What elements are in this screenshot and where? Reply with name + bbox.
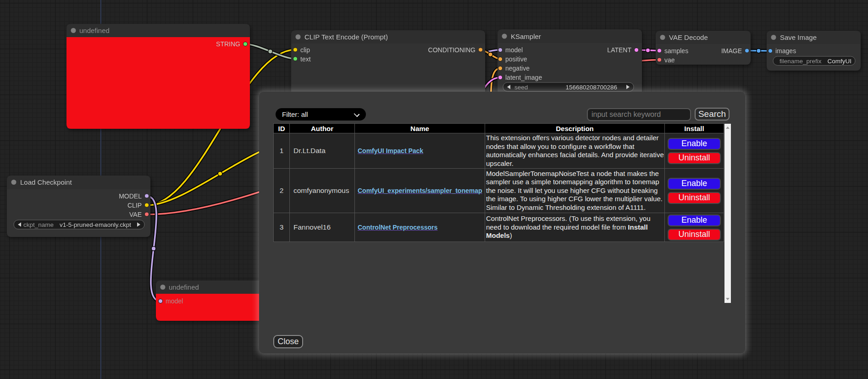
svg-text:CONDITIONING: CONDITIONING (428, 46, 475, 54)
svg-text:STRING: STRING (216, 40, 240, 48)
svg-text:IMAGE: IMAGE (721, 47, 742, 55)
svg-text:Save Image: Save Image (780, 33, 817, 41)
svg-text:KSampler: KSampler (511, 33, 541, 40)
svg-text:ComfyUI: ComfyUI (827, 58, 851, 65)
svg-text:CLIP: CLIP (127, 202, 142, 209)
svg-text:model: model (505, 46, 523, 54)
svg-text:clip: clip (300, 46, 310, 54)
svg-text:CLIP Text Encode (Prompt): CLIP Text Encode (Prompt) (304, 33, 388, 41)
svg-text:vae: vae (664, 56, 675, 64)
svg-text:MODEL: MODEL (119, 192, 142, 200)
svg-text:undefined: undefined (79, 27, 110, 34)
svg-text:text: text (300, 55, 311, 63)
svg-text:model: model (166, 297, 183, 305)
svg-text:156680208700286: 156680208700286 (565, 84, 617, 91)
svg-text:LATENT: LATENT (607, 46, 631, 54)
svg-text:v1-5-pruned-emaonly.ckpt: v1-5-pruned-emaonly.ckpt (60, 221, 131, 228)
svg-text:samples: samples (664, 47, 688, 55)
svg-text:VAE: VAE (129, 211, 142, 218)
svg-text:VAE Decode: VAE Decode (669, 33, 708, 41)
svg-text:positive: positive (505, 55, 527, 63)
svg-text:negative: negative (505, 65, 530, 72)
svg-text:latent_image: latent_image (505, 74, 542, 81)
svg-text:filename_prefix: filename_prefix (780, 58, 822, 65)
svg-text:images: images (775, 47, 796, 55)
svg-text:undefined: undefined (169, 283, 199, 291)
svg-text:Load Checkpoint: Load Checkpoint (20, 178, 72, 186)
svg-text:ckpt_name: ckpt_name (23, 221, 54, 228)
svg-text:seed: seed (514, 84, 528, 91)
